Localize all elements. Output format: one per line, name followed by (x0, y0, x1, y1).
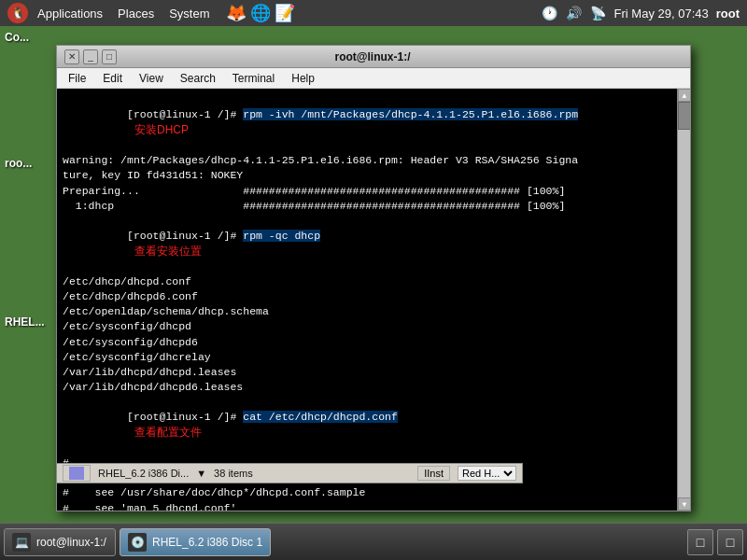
line-path2: /etc/dhcp/dhcpd6.conf (63, 289, 669, 304)
iinst-button[interactable]: IInst (417, 466, 450, 481)
redhat-dropdown[interactable]: Red H... (458, 466, 516, 481)
menu-help[interactable]: Help (284, 70, 322, 87)
desktop-roo-label: roo... (5, 157, 32, 170)
terminal-titlebar: ✕ _ □ root@linux-1:/ (57, 46, 690, 68)
line-path3: /etc/openldap/schema/dhcp.schema (63, 304, 669, 319)
line-path7: /var/lib/dhcpd/dhcpd.leases (63, 365, 669, 380)
top-panel: 🐧 Applications Places System 🦊 🌐 📝 🕐 🔊 📡… (0, 0, 747, 26)
terminal-title: root@linux-1:/ (117, 50, 628, 63)
line-path6: /etc/sysconfig/dhcrelay (63, 350, 669, 365)
taskbar-corner-btn2[interactable]: □ (717, 529, 743, 555)
desktop-co-label: Co... (5, 31, 29, 44)
terminal-taskbar-icon: 💻 (12, 533, 31, 552)
terminal-scrollbar[interactable]: ▲ ▼ (677, 89, 690, 511)
line-warning1: warning: /mnt/Packages/dhcp-4.1.1-25.P1.… (63, 153, 669, 168)
line-see-sample: # see /usr/share/doc/dhcp*/dhcpd.conf.sa… (63, 485, 669, 500)
line-path4: /etc/sysconfig/dhcpd (63, 319, 669, 334)
user-label: root (716, 7, 740, 21)
terminal-window: ✕ _ □ root@linux-1:/ File Edit View Sear… (56, 45, 691, 511)
taskbar-disc-label: RHEL_6.2 i386 Disc 1 (152, 536, 262, 549)
taskbar: 💻 root@linux-1:/ 💿 RHEL_6.2 i386 Disc 1 … (0, 523, 747, 560)
scroll-thumb[interactable] (678, 102, 690, 130)
menu-file[interactable]: File (61, 70, 93, 87)
volume-icon[interactable]: 🔊 (566, 5, 583, 21)
menu-terminal[interactable]: Terminal (225, 70, 282, 87)
window-minimize-button[interactable]: _ (83, 49, 98, 64)
folder-dropdown-arrow[interactable]: ▼ (196, 468, 206, 479)
menu-search[interactable]: Search (173, 70, 223, 87)
taskbar-terminal-label: root@linux-1:/ (36, 536, 106, 549)
folder-path-label: RHEL_6.2 i386 Di... (98, 468, 189, 479)
menu-system[interactable]: System (163, 5, 215, 22)
items-count-label: 38 items (214, 468, 253, 479)
terminal-body[interactable]: [root@linux-1 /]# rpm -ivh /mnt/Packages… (57, 89, 690, 511)
menu-applications[interactable]: Applications (32, 5, 108, 22)
file-manager-bar: RHEL_6.2 i386 Di... ▼ 38 items IInst Red… (56, 463, 523, 483)
datetime-label: Fri May 29, 07:43 (614, 7, 709, 21)
line-rpm-qc: [root@linux-1 /]# rpm -qc dhcp 查看安装位置 (63, 214, 669, 274)
disc-taskbar-icon: 💿 (128, 533, 147, 552)
scroll-down-button[interactable]: ▼ (678, 497, 690, 511)
line-path5: /etc/sysconfig/dhcpd6 (63, 335, 669, 350)
folder-icon (63, 465, 91, 482)
scroll-up-button[interactable]: ▲ (678, 89, 690, 102)
line-path8: /var/lib/dhcpd/dhcpd6.leases (63, 380, 669, 395)
line-see-man: # see 'man 5 dhcpd.conf' (63, 501, 669, 511)
edit-icon[interactable]: 📝 (275, 3, 295, 23)
terminal-content: [root@linux-1 /]# rpm -ivh /mnt/Packages… (63, 92, 684, 511)
window-close-button[interactable]: ✕ (64, 49, 79, 64)
terminal-menubar: File Edit View Search Terminal Help (57, 68, 690, 89)
window-maximize-button[interactable]: □ (102, 49, 117, 64)
browser-icon[interactable]: 🦊 (226, 3, 247, 23)
top-panel-left: 🐧 Applications Places System 🦊 🌐 📝 (7, 3, 295, 23)
line-preparing: Preparing... ###########################… (63, 184, 669, 199)
line-warning2: ture, key ID fd431d51: NOKEY (63, 168, 669, 183)
desktop-rhel-label: RHEL... (5, 315, 45, 329)
menu-edit[interactable]: Edit (95, 70, 130, 87)
top-panel-right: 🕐 🔊 📡 Fri May 29, 07:43 root (542, 5, 740, 21)
os-icon[interactable]: 🐧 (7, 3, 28, 23)
folder-small-icon (69, 467, 84, 480)
line-1dhcp: 1:dhcp #################################… (63, 199, 669, 214)
taskbar-filemanager[interactable]: 💿 RHEL_6.2 i386 Disc 1 (120, 528, 271, 556)
taskbar-corner-btn1[interactable]: □ (687, 529, 713, 555)
network-icon[interactable]: 🌐 (250, 3, 271, 23)
menu-places[interactable]: Places (112, 5, 160, 22)
network-status-icon[interactable]: 📡 (590, 5, 607, 21)
line-cat-cmd: [root@linux-1 /]# cat /etc/dhcp/dhcpd.co… (63, 395, 669, 455)
taskbar-terminal[interactable]: 💻 root@linux-1:/ (4, 528, 116, 556)
menu-view[interactable]: View (132, 70, 171, 87)
line-rpm-ivh: [root@linux-1 /]# rpm -ivh /mnt/Packages… (63, 92, 669, 153)
line-path1: /etc/dhcp/dhcpd.conf (63, 274, 669, 289)
clock-icon: 🕐 (542, 5, 558, 21)
desktop: Co... roo... RHEL... ✕ _ □ root@linux-1:… (0, 26, 747, 523)
